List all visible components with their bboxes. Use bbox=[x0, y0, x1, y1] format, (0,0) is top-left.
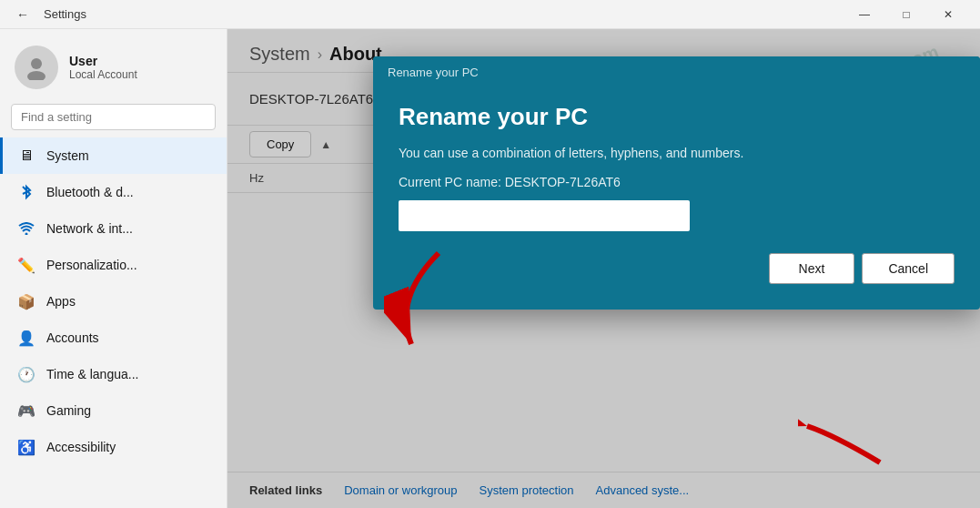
sidebar-item-label: Gaming bbox=[46, 403, 91, 418]
back-button[interactable]: ← bbox=[11, 5, 35, 24]
dialog-titlebar: Rename your PC bbox=[373, 56, 980, 85]
sidebar-item-time[interactable]: 🕐 Time & langua... bbox=[0, 356, 227, 392]
search-box bbox=[11, 104, 216, 130]
settings-window: ← Settings — □ ✕ User Local Account bbox=[0, 0, 980, 508]
system-icon: 🖥 bbox=[17, 147, 35, 165]
search-input[interactable] bbox=[11, 104, 216, 130]
network-icon bbox=[17, 219, 35, 238]
dialog-overlay: Rename your PC Rename your PC You can us… bbox=[227, 29, 980, 508]
svg-point-2 bbox=[25, 233, 28, 236]
sidebar-item-bluetooth[interactable]: Bluetooth & d... bbox=[0, 174, 227, 210]
user-name: User bbox=[69, 54, 137, 68]
bluetooth-icon bbox=[17, 183, 35, 201]
sidebar-item-gaming[interactable]: 🎮 Gaming bbox=[0, 392, 227, 429]
maximize-button[interactable]: □ bbox=[885, 0, 927, 29]
main-content: User Local Account 🖥 System bbox=[0, 29, 980, 508]
sidebar-item-label: Bluetooth & d... bbox=[46, 185, 134, 199]
personalization-icon: ✏️ bbox=[17, 256, 35, 274]
rename-dialog: Rename your PC Rename your PC You can us… bbox=[373, 56, 980, 310]
gaming-icon: 🎮 bbox=[17, 401, 35, 420]
sidebar-item-network[interactable]: Network & int... bbox=[0, 210, 227, 247]
dialog-body: Rename your PC You can use a combination… bbox=[373, 85, 980, 310]
sidebar-item-label: Apps bbox=[46, 294, 76, 309]
sidebar-item-label: Time & langua... bbox=[46, 367, 138, 381]
user-section: User Local Account bbox=[0, 29, 227, 100]
dialog-title: Rename your PC bbox=[388, 66, 479, 79]
sidebar-item-personalization[interactable]: ✏️ Personalizatio... bbox=[0, 247, 227, 283]
sidebar-item-system[interactable]: 🖥 System bbox=[0, 137, 227, 174]
close-button[interactable]: ✕ bbox=[927, 0, 969, 29]
dialog-buttons: Next Cancel bbox=[399, 253, 955, 284]
sidebar-item-label: System bbox=[46, 148, 89, 163]
sidebar-item-label: Accounts bbox=[46, 330, 99, 345]
accounts-icon: 👤 bbox=[17, 329, 35, 347]
sidebar-item-label: Network & int... bbox=[46, 221, 133, 236]
sidebar-item-accessibility[interactable]: ♿ Accessibility bbox=[0, 429, 227, 465]
next-button[interactable]: Next bbox=[769, 253, 855, 284]
apps-icon: 📦 bbox=[17, 292, 35, 310]
titlebar-title: Settings bbox=[44, 7, 86, 21]
user-info: User Local Account bbox=[69, 54, 137, 81]
sidebar-item-apps[interactable]: 📦 Apps bbox=[0, 283, 227, 320]
user-type: Local Account bbox=[69, 68, 137, 81]
dialog-heading: Rename your PC bbox=[399, 103, 955, 131]
cancel-button[interactable]: Cancel bbox=[862, 253, 955, 284]
sidebar: User Local Account 🖥 System bbox=[0, 29, 227, 508]
minimize-button[interactable]: — bbox=[844, 0, 885, 29]
time-icon: 🕐 bbox=[17, 365, 35, 383]
new-pc-name-input[interactable] bbox=[399, 200, 690, 231]
dialog-current-name: Current PC name: DESKTOP-7L26AT6 bbox=[399, 175, 955, 189]
titlebar: ← Settings — □ ✕ bbox=[0, 0, 980, 29]
sidebar-nav: 🖥 System Bluetooth & d... bbox=[0, 137, 227, 465]
sidebar-item-label: Accessibility bbox=[46, 440, 116, 454]
dialog-description: You can use a combination of letters, hy… bbox=[399, 146, 955, 160]
main-panel: TechSupportAll.com Free Technical Help C… bbox=[227, 29, 980, 508]
svg-point-1 bbox=[27, 71, 45, 80]
svg-point-0 bbox=[31, 58, 42, 69]
sidebar-item-accounts[interactable]: 👤 Accounts bbox=[0, 320, 227, 356]
avatar bbox=[15, 46, 58, 89]
sidebar-item-label: Personalizatio... bbox=[46, 258, 137, 272]
accessibility-icon: ♿ bbox=[17, 438, 35, 456]
window-controls: — □ ✕ bbox=[844, 0, 969, 29]
